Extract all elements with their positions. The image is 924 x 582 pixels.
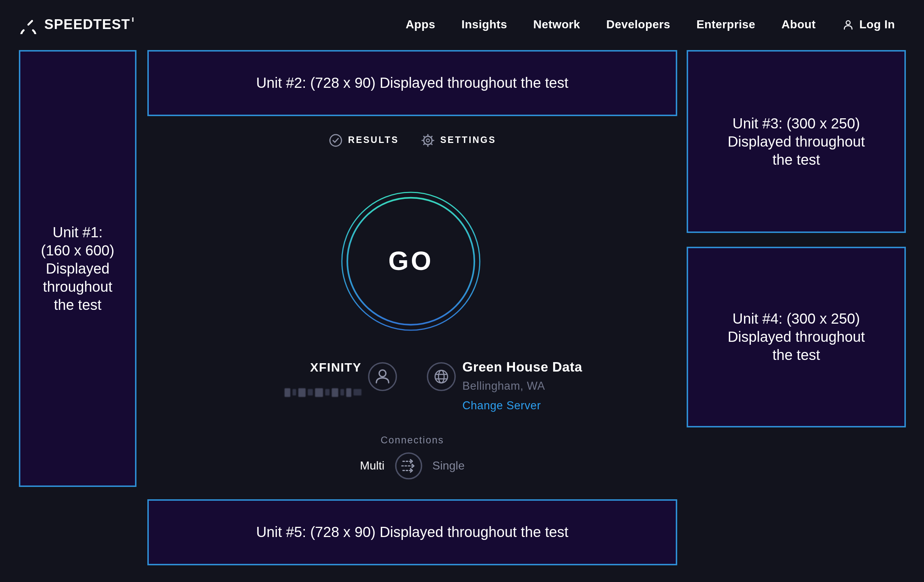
login-link[interactable]: Log In	[842, 18, 895, 31]
tabs-row: RESULTS SETTINGS	[147, 130, 677, 150]
speedtest-page: SPEEDTEST Apps Insights Network Develope…	[0, 0, 924, 582]
isp-name: XFINITY	[247, 361, 361, 375]
nav-link-developers[interactable]: Developers	[606, 18, 670, 31]
brand-wordmark: SPEEDTEST	[44, 17, 134, 33]
nav-link-enterprise[interactable]: Enterprise	[696, 18, 755, 31]
go-button[interactable]: GO	[341, 191, 480, 331]
tab-results[interactable]: RESULTS	[328, 133, 399, 147]
globe-icon	[427, 362, 456, 391]
speedtest-logo[interactable]: SPEEDTEST	[19, 15, 134, 34]
tab-results-label: RESULTS	[348, 135, 399, 145]
connections-toggle-row: Multi Single	[147, 452, 677, 480]
top-nav-bar: SPEEDTEST Apps Insights Network Develope…	[0, 0, 924, 49]
nav-link-about[interactable]: About	[781, 18, 815, 31]
server-location: Bellingham, WA	[462, 379, 545, 392]
nav-link-network[interactable]: Network	[533, 18, 580, 31]
nav-link-insights[interactable]: Insights	[461, 18, 507, 31]
isp-person-icon	[368, 362, 397, 391]
person-icon	[842, 18, 854, 31]
multi-connections-toggle[interactable]	[394, 452, 422, 480]
ad-text: Unit #4: (300 x 250) Displayed throughou…	[728, 310, 865, 364]
ad-unit-3-rectangle[interactable]: Unit #3: (300 x 250) Displayed throughou…	[686, 50, 906, 233]
trademark-tick	[132, 17, 134, 22]
gear-icon	[421, 133, 434, 147]
connections-single-label[interactable]: Single	[432, 459, 465, 472]
ad-text: Unit #5: (728 x 90) Displayed throughout…	[256, 523, 569, 541]
tab-settings-label: SETTINGS	[440, 135, 496, 145]
nav-links: Apps Insights Network Developers Enterpr…	[406, 18, 895, 31]
server-provider: Green House Data	[462, 359, 582, 375]
change-server-link[interactable]: Change Server	[462, 399, 541, 412]
ad-text: Unit #1: (160 x 600) Displayed throughou…	[41, 223, 114, 314]
go-label: GO	[341, 191, 480, 331]
ad-unit-1-skyscraper[interactable]: Unit #1: (160 x 600) Displayed throughou…	[19, 50, 137, 487]
ad-unit-2-leaderboard[interactable]: Unit #2: (728 x 90) Displayed throughout…	[147, 50, 677, 116]
check-circle-icon	[328, 133, 342, 147]
speedometer-icon	[19, 15, 38, 34]
login-label: Log In	[860, 18, 895, 31]
tab-settings[interactable]: SETTINGS	[421, 133, 496, 147]
ip-address-redacted	[285, 387, 361, 397]
ad-unit-5-leaderboard[interactable]: Unit #5: (728 x 90) Displayed throughout…	[147, 499, 677, 565]
ad-text: Unit #3: (300 x 250) Displayed throughou…	[728, 114, 865, 169]
nav-link-apps[interactable]: Apps	[406, 18, 436, 31]
connections-multi-label[interactable]: Multi	[360, 459, 385, 472]
connections-title: Connections	[147, 435, 677, 445]
ad-unit-4-rectangle[interactable]: Unit #4: (300 x 250) Displayed throughou…	[686, 247, 906, 427]
ad-text: Unit #2: (728 x 90) Displayed throughout…	[256, 74, 569, 92]
